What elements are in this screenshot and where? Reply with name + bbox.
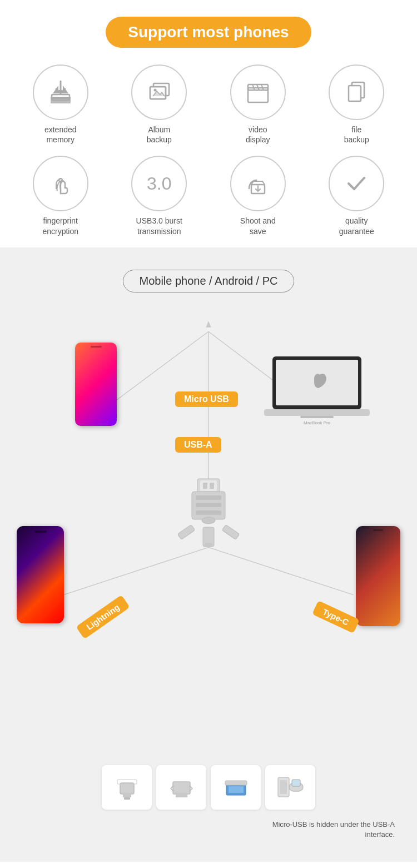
shoot-save-label: Shoot andsave <box>240 216 276 236</box>
video-display-label: videodisplay <box>246 125 270 145</box>
svg-rect-51 <box>229 786 244 793</box>
file-backup-label: filebackup <box>344 125 369 145</box>
features-grid-row1: extendedmemory Albumbackup <box>14 65 403 236</box>
svg-rect-41 <box>222 524 239 539</box>
svg-rect-32 <box>200 480 217 491</box>
svg-rect-29 <box>300 416 334 418</box>
feature-file-backup: filebackup <box>310 65 404 145</box>
diagram-area: MacBook Pro <box>11 309 406 754</box>
shoot-save-icon <box>244 169 272 198</box>
feature-fingerprint-encryption: fingerprintencryption <box>14 156 107 236</box>
usb-a-connector-icon <box>221 772 251 802</box>
fingerprint-icon <box>46 169 75 198</box>
lightning-label: Lightning <box>76 594 130 639</box>
svg-rect-49 <box>176 793 187 797</box>
fingerprint-icon-circle <box>33 156 88 211</box>
lightning-connector-icon <box>112 772 142 802</box>
album-backup-label: Albumbackup <box>147 125 172 145</box>
bottom-section: Mobile phone / Android / PC <box>0 247 417 862</box>
svg-rect-40 <box>177 524 195 539</box>
feature-album-backup: Albumbackup <box>113 65 206 145</box>
svg-rect-48 <box>173 782 190 794</box>
top-section: Support most phones extendedmemory <box>0 0 417 247</box>
extended-memory-icon <box>46 78 75 107</box>
video-display-icon <box>244 78 272 107</box>
bottom-note: Micro-USB is hidden under the USB-A inte… <box>250 815 406 851</box>
svg-rect-54 <box>280 780 287 794</box>
svg-rect-46 <box>124 797 130 800</box>
type-c-connector-icon <box>275 772 306 802</box>
svg-rect-36 <box>196 495 221 500</box>
svg-rect-33 <box>203 483 207 489</box>
usb-device <box>172 476 245 565</box>
micro-usb-connector-icon <box>166 772 197 802</box>
iphone-left <box>17 526 64 623</box>
quality-guarantee-icon-circle <box>329 156 384 211</box>
album-backup-icon-circle <box>131 65 187 120</box>
svg-point-9 <box>154 89 157 92</box>
support-badge: Support most phones <box>106 17 311 48</box>
file-backup-icon-circle <box>329 65 384 120</box>
svg-text:MacBook Pro: MacBook Pro <box>304 420 331 425</box>
type-c-connector-box <box>265 765 315 810</box>
shoot-save-icon-circle <box>230 156 286 211</box>
svg-rect-0 <box>51 97 71 99</box>
feature-extended-memory: extendedmemory <box>14 65 107 145</box>
svg-rect-56 <box>292 780 300 786</box>
usb-device-icon <box>172 476 245 565</box>
compatibility-badge: Mobile phone / Android / PC <box>123 270 294 292</box>
connector-icons-row <box>11 765 406 815</box>
usb-a-label: USB-A <box>175 437 221 453</box>
lightning-connector-box <box>102 765 152 810</box>
svg-rect-52 <box>225 781 247 785</box>
svg-rect-38 <box>196 510 221 515</box>
svg-rect-44 <box>120 783 134 794</box>
laptop: MacBook Pro <box>261 354 373 426</box>
micro-usb-connector-box <box>156 765 206 810</box>
svg-rect-17 <box>349 86 361 101</box>
android-phone <box>75 343 117 426</box>
svg-rect-37 <box>196 503 221 507</box>
svg-rect-28 <box>264 409 370 416</box>
usb30-label: USB3.0 bursttransmission <box>136 216 182 236</box>
svg-marker-25 <box>206 321 211 327</box>
svg-rect-43 <box>205 543 212 547</box>
album-backup-icon <box>145 78 173 107</box>
feature-quality-guarantee: qualityguarantee <box>310 156 404 236</box>
usb30-icon-circle: 3.0 <box>131 156 187 211</box>
fingerprint-encryption-label: fingerprintencryption <box>42 216 78 236</box>
feature-shoot-save: Shoot andsave <box>211 156 305 236</box>
quality-guarantee-label: qualityguarantee <box>339 216 374 236</box>
feature-usb30-burst: 3.0 USB3.0 bursttransmission <box>113 156 206 236</box>
extended-memory-label: extendedmemory <box>44 125 77 145</box>
svg-rect-34 <box>210 483 214 489</box>
laptop-icon: MacBook Pro <box>261 354 373 426</box>
feature-video-display: videodisplay <box>211 65 305 145</box>
svg-rect-45 <box>123 793 131 797</box>
svg-point-39 <box>202 517 215 524</box>
extended-memory-icon-circle <box>33 65 88 120</box>
micro-usb-label: Micro USB <box>175 391 238 407</box>
quality-guarantee-icon <box>342 169 371 198</box>
file-backup-icon <box>342 78 371 107</box>
type-c-label: Type-C <box>312 601 359 633</box>
video-display-icon-circle <box>230 65 286 120</box>
android-phone-right <box>356 526 400 626</box>
usb-a-connector-box <box>211 765 261 810</box>
